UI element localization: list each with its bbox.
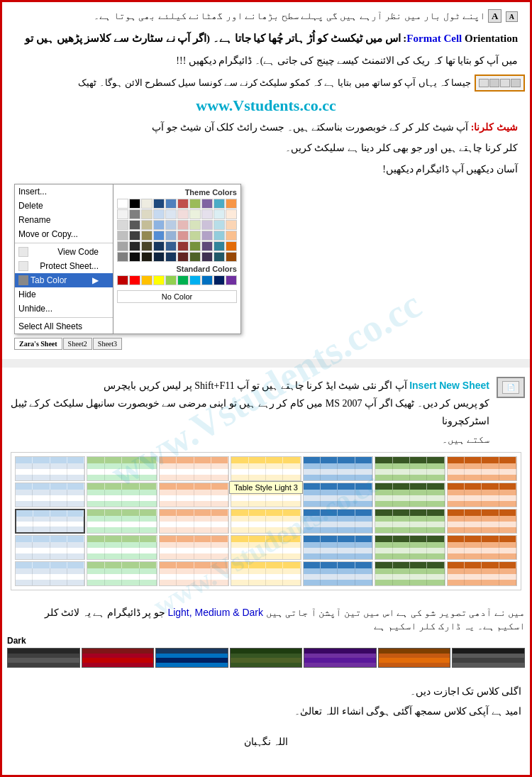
menu-tab-color[interactable]: Tab Color ▶: [15, 273, 113, 287]
theme-color-swatch[interactable]: [226, 241, 237, 251]
theme-color-swatch[interactable]: [117, 241, 128, 251]
standard-color-swatch[interactable]: [226, 275, 237, 285]
theme-color-swatch[interactable]: [165, 209, 177, 219]
theme-color-swatch[interactable]: [153, 231, 165, 241]
table-style-item[interactable]: [159, 483, 229, 507]
standard-color-swatch[interactable]: [117, 275, 128, 285]
table-style-item[interactable]: [231, 561, 301, 586]
theme-color-swatch[interactable]: [141, 252, 153, 262]
theme-color-swatch[interactable]: [177, 220, 189, 230]
table-style-item[interactable]: [231, 456, 301, 481]
theme-color-swatch[interactable]: [129, 220, 140, 230]
table-style-item[interactable]: [15, 509, 85, 534]
theme-color-swatch[interactable]: [129, 209, 140, 219]
table-style-item[interactable]: [303, 509, 373, 534]
dark-style-item[interactable]: [7, 648, 80, 668]
table-style-item[interactable]: [87, 483, 157, 507]
table-style-item[interactable]: [375, 456, 445, 481]
menu-move-copy[interactable]: Move or Copy...: [15, 227, 113, 241]
theme-color-swatch[interactable]: [177, 252, 189, 262]
theme-color-swatch[interactable]: [141, 220, 153, 230]
theme-color-swatch[interactable]: [177, 199, 189, 209]
standard-color-swatch[interactable]: [165, 275, 177, 285]
dark-style-item[interactable]: [378, 648, 451, 668]
theme-color-swatch[interactable]: [189, 209, 201, 219]
table-style-item[interactable]: [447, 509, 517, 534]
table-style-item[interactable]: [15, 456, 85, 481]
theme-color-swatch[interactable]: [117, 231, 128, 241]
theme-color-swatch[interactable]: [165, 220, 177, 230]
theme-color-swatch[interactable]: [117, 252, 128, 262]
theme-color-swatch[interactable]: [201, 252, 213, 262]
table-style-item[interactable]: [87, 561, 157, 586]
table-style-item[interactable]: [87, 456, 157, 481]
table-style-item[interactable]: [87, 535, 157, 560]
theme-color-swatch[interactable]: [201, 241, 213, 251]
theme-color-swatch[interactable]: [153, 252, 165, 262]
table-style-item[interactable]: [87, 509, 157, 534]
menu-delete[interactable]: Delete: [15, 199, 113, 213]
menu-rename[interactable]: Rename: [15, 213, 113, 227]
sheet-tab-zaras[interactable]: Zara's Sheet: [14, 338, 62, 350]
theme-color-swatch[interactable]: [129, 252, 140, 262]
theme-color-swatch[interactable]: [117, 220, 128, 230]
standard-color-swatch[interactable]: [177, 275, 189, 285]
theme-color-swatch[interactable]: [201, 220, 213, 230]
table-style-item[interactable]: [231, 535, 301, 560]
table-style-item[interactable]: [447, 456, 517, 481]
sheet-tab-3[interactable]: Sheet3: [93, 338, 122, 350]
menu-select-all[interactable]: Select All Sheets: [15, 319, 113, 334]
theme-color-swatch[interactable]: [189, 252, 201, 262]
standard-color-swatch[interactable]: [129, 275, 140, 285]
theme-color-swatch[interactable]: [226, 220, 237, 230]
menu-protect[interactable]: Protect Sheet...: [15, 259, 113, 273]
menu-view-code[interactable]: View Code: [15, 245, 113, 259]
font-decrease-btn[interactable]: A: [506, 11, 518, 22]
table-style-item[interactable]: [231, 509, 301, 534]
font-increase-btn[interactable]: A: [488, 9, 501, 23]
theme-color-swatch[interactable]: [165, 231, 177, 241]
theme-color-swatch[interactable]: [214, 241, 225, 251]
theme-color-swatch[interactable]: [141, 199, 153, 209]
theme-color-swatch[interactable]: [153, 199, 165, 209]
theme-color-swatch[interactable]: [226, 199, 237, 209]
theme-color-swatch[interactable]: [189, 241, 201, 251]
table-style-item[interactable]: [15, 561, 85, 586]
dark-style-item[interactable]: [452, 648, 525, 668]
dark-style-item[interactable]: [82, 648, 155, 668]
table-style-item[interactable]: [159, 509, 229, 534]
theme-color-swatch[interactable]: [226, 252, 237, 262]
theme-color-swatch[interactable]: [165, 252, 177, 262]
table-style-item[interactable]: [15, 535, 85, 560]
theme-color-swatch[interactable]: [189, 231, 201, 241]
theme-color-swatch[interactable]: [189, 220, 201, 230]
theme-color-swatch[interactable]: [129, 241, 140, 251]
theme-color-swatch[interactable]: [177, 241, 189, 251]
theme-color-swatch[interactable]: [129, 231, 140, 241]
theme-color-swatch[interactable]: [214, 252, 225, 262]
menu-unhide[interactable]: Unhide...: [15, 302, 113, 316]
theme-color-swatch[interactable]: [153, 220, 165, 230]
theme-color-swatch[interactable]: [117, 199, 128, 209]
menu-insert[interactable]: Insert...: [15, 184, 113, 199]
table-style-item[interactable]: [303, 535, 373, 560]
table-style-item[interactable]: [447, 483, 517, 507]
standard-color-swatch[interactable]: [189, 275, 201, 285]
sheet-tab-2[interactable]: Sheet2: [63, 338, 92, 350]
standard-color-swatch[interactable]: [153, 275, 165, 285]
theme-color-swatch[interactable]: [165, 199, 177, 209]
theme-color-swatch[interactable]: [153, 209, 165, 219]
theme-color-swatch[interactable]: [214, 199, 225, 209]
standard-color-swatch[interactable]: [141, 275, 153, 285]
table-style-item[interactable]: [447, 535, 517, 560]
table-style-item[interactable]: [303, 483, 373, 507]
theme-color-swatch[interactable]: [165, 241, 177, 251]
table-style-item[interactable]: [159, 561, 229, 586]
table-style-item[interactable]: [303, 456, 373, 481]
theme-color-swatch[interactable]: [141, 241, 153, 251]
theme-color-swatch[interactable]: [129, 199, 140, 209]
dark-style-item[interactable]: [155, 648, 228, 668]
theme-color-swatch[interactable]: [201, 209, 213, 219]
table-style-item[interactable]: [15, 483, 85, 507]
no-color-button[interactable]: No Color: [117, 290, 237, 303]
